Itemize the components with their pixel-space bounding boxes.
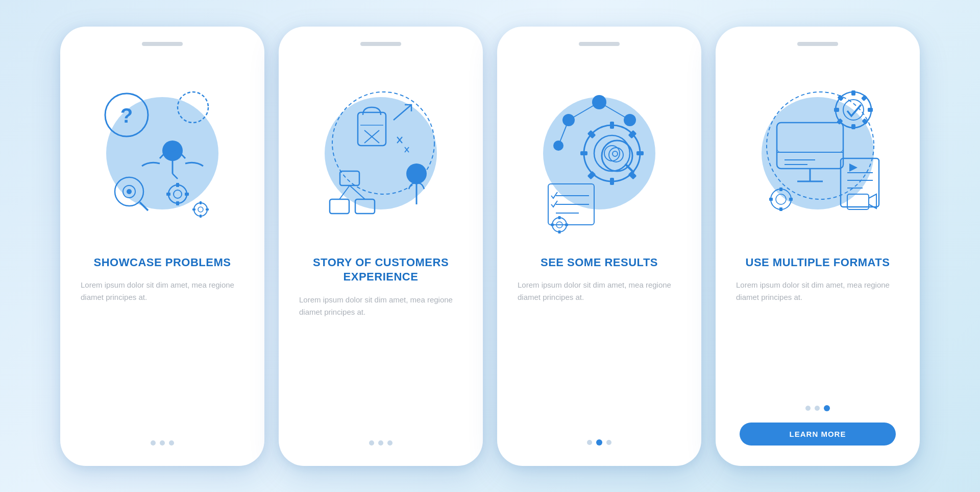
dot-f2 <box>815 406 820 411</box>
svg-point-8 <box>127 189 132 194</box>
svg-rect-79 <box>861 95 868 101</box>
dot-r1 <box>587 440 592 445</box>
svg-rect-74 <box>851 90 855 96</box>
svg-rect-100 <box>789 198 793 201</box>
svg-rect-67 <box>558 216 561 219</box>
card-body-formats: Lorem ipsum dolor sit dim amet, mea regi… <box>731 279 904 394</box>
dot-s3 <box>387 440 393 446</box>
svg-rect-31 <box>330 199 349 214</box>
dot-s1 <box>369 440 374 446</box>
card-title-formats: USE MULTIPLE FORMATS <box>746 255 890 270</box>
svg-rect-82 <box>777 123 843 169</box>
card-story-customers: STORY OF CUSTOMERS EXPERIENCE Lorem ipsu… <box>279 27 483 466</box>
svg-rect-89 <box>841 158 879 207</box>
card-see-results: SEE SOME RESULTS Lorem ipsum dolor sit d… <box>497 27 701 466</box>
svg-rect-69 <box>551 223 554 226</box>
card-body-results: Lorem ipsum dolor sit dim amet, mea regi… <box>512 279 686 429</box>
illustration-story <box>294 56 468 250</box>
svg-rect-51 <box>580 151 587 155</box>
svg-line-43 <box>569 102 599 120</box>
phone-notch <box>142 42 183 46</box>
learn-more-button[interactable]: LEARN MORE <box>740 423 896 446</box>
dot-r2-active <box>596 439 602 446</box>
card-title-results: SEE SOME RESULTS <box>541 255 658 270</box>
svg-line-9 <box>140 202 148 210</box>
svg-line-33 <box>339 185 350 199</box>
svg-rect-18 <box>200 201 202 204</box>
svg-rect-50 <box>610 178 614 185</box>
svg-point-59 <box>612 151 618 156</box>
svg-rect-97 <box>779 188 782 191</box>
svg-rect-15 <box>185 193 189 196</box>
svg-point-28 <box>406 163 427 184</box>
svg-rect-19 <box>200 215 202 218</box>
svg-line-44 <box>599 102 630 120</box>
svg-rect-12 <box>176 183 179 187</box>
phone-notch-4 <box>797 42 838 46</box>
card-body-story: Lorem ipsum dolor sit dim amet, mea regi… <box>294 294 468 430</box>
illustration-results <box>512 56 686 250</box>
svg-marker-93 <box>849 163 857 172</box>
svg-rect-32 <box>355 199 375 214</box>
svg-point-10 <box>168 185 187 203</box>
svg-rect-30 <box>340 171 359 185</box>
svg-rect-76 <box>834 108 839 112</box>
svg-line-45 <box>558 120 569 146</box>
see-results-icon <box>518 72 681 235</box>
dots-story <box>369 440 393 446</box>
dot-f1 <box>805 406 811 411</box>
story-customers-icon <box>299 72 462 235</box>
svg-rect-75 <box>851 124 855 129</box>
showcase-problems-icon: ? <box>81 72 244 235</box>
svg-rect-98 <box>779 207 782 211</box>
card-showcase-problems: ? <box>60 27 264 466</box>
card-title-showcase: SHOWCASE PROBLEMS <box>94 255 231 270</box>
svg-rect-21 <box>206 208 209 210</box>
card-body-showcase: Lorem ipsum dolor sit dim amet, mea regi… <box>76 279 249 430</box>
svg-point-96 <box>776 194 786 204</box>
phone-notch-3 <box>579 42 620 46</box>
svg-rect-55 <box>587 171 596 179</box>
dots-showcase <box>151 440 174 446</box>
svg-point-2 <box>178 92 208 123</box>
dots-results <box>587 439 611 446</box>
illustration-showcase: ? <box>76 56 249 250</box>
svg-point-11 <box>174 190 182 198</box>
svg-point-95 <box>771 189 791 209</box>
svg-rect-99 <box>769 198 773 201</box>
svg-rect-77 <box>868 108 873 112</box>
svg-rect-68 <box>558 230 561 233</box>
dots-formats <box>805 405 830 411</box>
svg-rect-23 <box>358 112 386 146</box>
dot-r3 <box>606 440 611 445</box>
card-use-formats: USE MULTIPLE FORMATS Lorem ipsum dolor s… <box>716 27 920 466</box>
svg-line-5 <box>173 174 178 179</box>
dot-f3-active <box>824 405 830 411</box>
svg-rect-14 <box>166 193 170 196</box>
svg-rect-83 <box>777 123 843 152</box>
svg-rect-20 <box>192 208 195 210</box>
svg-rect-52 <box>636 151 644 155</box>
cards-container: ? <box>40 6 940 486</box>
svg-rect-13 <box>176 201 179 205</box>
svg-line-27 <box>394 105 411 120</box>
card-title-story: STORY OF CUSTOMERS EXPERIENCE <box>294 255 468 285</box>
phone-notch-2 <box>360 42 401 46</box>
dot-s2 <box>378 440 383 446</box>
svg-point-16 <box>194 203 207 216</box>
svg-point-17 <box>198 207 203 212</box>
svg-rect-49 <box>610 122 614 129</box>
dot-3 <box>169 440 174 446</box>
svg-rect-70 <box>565 223 568 226</box>
svg-text:?: ? <box>120 104 133 127</box>
illustration-formats <box>731 56 904 250</box>
dot-1 <box>151 440 156 446</box>
dot-2 <box>160 440 165 446</box>
use-formats-icon <box>736 72 899 235</box>
